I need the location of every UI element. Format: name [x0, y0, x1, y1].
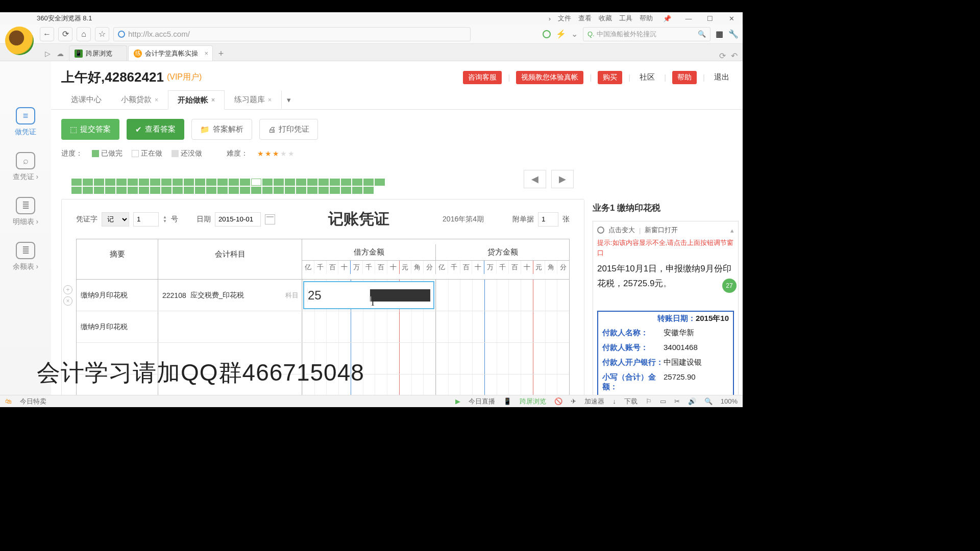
- play-icon[interactable]: ▷: [45, 49, 51, 58]
- debit-amount-cell[interactable]: 25 I: [302, 280, 435, 311]
- maximize-button[interactable]: ☐: [703, 15, 717, 22]
- progress-cell[interactable]: [105, 179, 115, 186]
- progress-cell[interactable]: [206, 179, 216, 186]
- progress-cell[interactable]: [274, 179, 284, 186]
- progress-cells[interactable]: [61, 179, 388, 194]
- progress-cell[interactable]: [161, 187, 172, 194]
- shield-icon[interactable]: [543, 30, 551, 38]
- cloud-icon[interactable]: ☁: [57, 49, 64, 58]
- progress-cell[interactable]: [83, 179, 93, 186]
- block-icon[interactable]: 🚫: [554, 397, 562, 405]
- tab-accounting[interactable]: 练 会计学堂真帐实操 ×: [128, 45, 213, 61]
- apps-icon[interactable]: ▦: [716, 29, 723, 39]
- progress-cell[interactable]: [229, 187, 239, 194]
- progress-cell[interactable]: [330, 179, 340, 186]
- flag-icon[interactable]: ⚐: [646, 397, 652, 405]
- today-sale-link[interactable]: 今日特卖: [20, 397, 46, 406]
- progress-cell[interactable]: [352, 187, 362, 194]
- url-field[interactable]: http://lx.acc5.com/: [113, 27, 471, 41]
- search-input[interactable]: Q. 中国渔船被外轮撞沉 🔍: [583, 27, 710, 41]
- progress-cell[interactable]: [184, 179, 194, 186]
- nav-balance[interactable]: ≣ 余额表 ›: [13, 242, 39, 271]
- chevron-up-icon[interactable]: ▴: [730, 227, 734, 234]
- sound-icon[interactable]: 🔊: [688, 397, 696, 405]
- help-button[interactable]: 帮助: [672, 71, 697, 84]
- chevron-down-icon[interactable]: ⌄: [571, 29, 578, 39]
- progress-cell[interactable]: [341, 187, 351, 194]
- logout-link[interactable]: 退出: [711, 70, 732, 84]
- undo-icon[interactable]: ↶: [731, 51, 738, 61]
- menu-view[interactable]: 查看: [578, 14, 592, 23]
- zoom-link[interactable]: 点击变大: [608, 226, 635, 235]
- submit-button[interactable]: ⬚提交答案: [61, 119, 119, 140]
- reload-button[interactable]: ⟳: [58, 27, 72, 41]
- menu-help[interactable]: 帮助: [640, 14, 653, 23]
- consult-button[interactable]: 咨询客服: [463, 71, 502, 84]
- view-answer-button[interactable]: ✔查看答案: [127, 119, 184, 140]
- progress-cell[interactable]: [206, 187, 216, 194]
- progress-cell[interactable]: [128, 179, 138, 186]
- credit-amount-cell[interactable]: [435, 280, 569, 311]
- progress-cell[interactable]: [116, 187, 127, 194]
- progress-cell[interactable]: [71, 179, 82, 186]
- restore-icon[interactable]: ⟳: [719, 51, 726, 61]
- attach-input[interactable]: [538, 212, 558, 227]
- progress-cell[interactable]: [363, 187, 374, 194]
- menu-tools[interactable]: 工具: [619, 14, 632, 23]
- progress-cell[interactable]: [139, 187, 149, 194]
- progress-cell[interactable]: [307, 179, 317, 186]
- close-icon[interactable]: ×: [211, 96, 215, 104]
- next-voucher-button[interactable]: ▶: [551, 170, 574, 188]
- book-icon[interactable]: ▭: [660, 397, 666, 405]
- progress-cell[interactable]: [94, 179, 104, 186]
- progress-cell[interactable]: [318, 179, 329, 186]
- progress-cell[interactable]: [83, 187, 93, 194]
- progress-cell[interactable]: [285, 179, 295, 186]
- phone-icon[interactable]: 📱: [503, 397, 511, 405]
- subject-link[interactable]: 科目: [285, 291, 299, 300]
- calendar-icon[interactable]: [265, 214, 275, 224]
- date-input[interactable]: [215, 212, 261, 227]
- print-button[interactable]: 🖨打印凭证: [259, 119, 318, 140]
- progress-cell[interactable]: [375, 179, 385, 186]
- chevron-right-icon[interactable]: ›: [549, 15, 551, 22]
- search-icon[interactable]: 🔍: [698, 30, 706, 38]
- progress-cell[interactable]: [296, 179, 306, 186]
- new-tab-button[interactable]: +: [214, 46, 228, 61]
- progress-cell[interactable]: [217, 187, 228, 194]
- add-row-icon[interactable]: +: [63, 285, 72, 294]
- tab-loan[interactable]: 小额贷款×: [111, 90, 168, 109]
- close-tab-icon[interactable]: ×: [204, 49, 208, 57]
- credit-amount-cell[interactable]: [435, 343, 569, 374]
- wrench-icon[interactable]: 🔧: [728, 29, 739, 39]
- progress-cell[interactable]: [363, 179, 374, 186]
- progress-cell[interactable]: [116, 179, 127, 186]
- menu-favorites[interactable]: 收藏: [599, 14, 612, 23]
- count-badge[interactable]: 27: [722, 279, 737, 293]
- tab-exercises[interactable]: 练习题库×: [225, 90, 281, 109]
- nav-make-voucher[interactable]: ≡ 做凭证: [15, 107, 36, 137]
- progress-cell[interactable]: [274, 187, 284, 194]
- analysis-button[interactable]: 📁答案解析: [191, 119, 252, 140]
- progress-cell[interactable]: [240, 179, 250, 186]
- pin-icon[interactable]: 📌: [660, 15, 674, 22]
- progress-cell[interactable]: [307, 187, 317, 194]
- progress-cell[interactable]: [195, 179, 205, 186]
- minimize-button[interactable]: —: [681, 15, 696, 22]
- progress-cell[interactable]: [150, 187, 160, 194]
- tab-dropdown[interactable]: ▾: [281, 90, 297, 109]
- progress-cell[interactable]: [330, 187, 340, 194]
- close-icon[interactable]: ×: [155, 96, 158, 104]
- summary-cell[interactable]: 缴纳9月印花税: [77, 311, 158, 342]
- progress-cell[interactable]: [240, 187, 250, 194]
- menu-file[interactable]: 文件: [558, 14, 571, 23]
- progress-cell[interactable]: [262, 187, 273, 194]
- del-row-icon[interactable]: ×: [63, 296, 72, 306]
- voucher-word-select[interactable]: 记: [102, 212, 129, 227]
- video-button[interactable]: 视频教您体验真帐: [516, 71, 583, 84]
- nav-detail[interactable]: ≣ 明细表 ›: [13, 197, 39, 227]
- community-link[interactable]: 社区: [636, 70, 658, 84]
- progress-cell[interactable]: [128, 187, 138, 194]
- close-button[interactable]: ✕: [724, 15, 739, 22]
- progress-cell[interactable]: [318, 187, 329, 194]
